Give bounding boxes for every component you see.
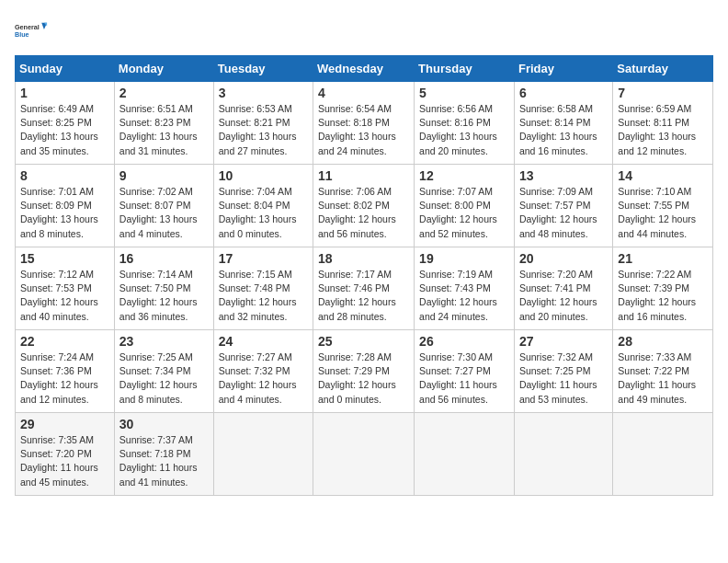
col-header-friday: Friday	[514, 56, 612, 82]
day-info: Sunrise: 7:28 AM Sunset: 7:29 PM Dayligh…	[318, 350, 409, 407]
col-header-monday: Monday	[114, 56, 213, 82]
svg-text:Blue: Blue	[15, 30, 29, 39]
day-number: 19	[419, 251, 509, 266]
day-number: 24	[219, 334, 308, 349]
day-cell: 18Sunrise: 7:17 AM Sunset: 7:46 PM Dayli…	[313, 247, 415, 330]
day-info: Sunrise: 7:02 AM Sunset: 8:07 PM Dayligh…	[119, 185, 209, 241]
day-cell	[514, 413, 612, 496]
col-header-sunday: Sunday	[16, 56, 115, 82]
day-cell: 27Sunrise: 7:32 AM Sunset: 7:25 PM Dayli…	[514, 330, 612, 413]
day-cell: 5Sunrise: 6:56 AM Sunset: 8:16 PM Daylig…	[415, 82, 515, 165]
day-cell	[213, 413, 313, 496]
day-cell: 4Sunrise: 6:54 AM Sunset: 8:18 PM Daylig…	[313, 82, 415, 165]
day-number: 8	[20, 168, 109, 183]
day-number: 2	[119, 86, 209, 100]
day-cell: 28Sunrise: 7:33 AM Sunset: 7:22 PM Dayli…	[613, 330, 713, 413]
day-info: Sunrise: 6:56 AM Sunset: 8:16 PM Dayligh…	[419, 102, 509, 158]
day-number: 30	[119, 417, 209, 431]
day-info: Sunrise: 7:04 AM Sunset: 8:04 PM Dayligh…	[219, 185, 308, 241]
col-header-wednesday: Wednesday	[313, 56, 415, 82]
day-cell: 24Sunrise: 7:27 AM Sunset: 7:32 PM Dayli…	[213, 330, 313, 413]
day-cell: 25Sunrise: 7:28 AM Sunset: 7:29 PM Dayli…	[313, 330, 415, 413]
day-number: 9	[119, 168, 209, 183]
day-cell: 29Sunrise: 7:35 AM Sunset: 7:20 PM Dayli…	[16, 413, 115, 496]
week-row-5: 29Sunrise: 7:35 AM Sunset: 7:20 PM Dayli…	[16, 413, 713, 496]
day-info: Sunrise: 7:12 AM Sunset: 7:53 PM Dayligh…	[20, 268, 109, 324]
day-cell: 10Sunrise: 7:04 AM Sunset: 8:04 PM Dayli…	[213, 165, 313, 247]
day-cell: 7Sunrise: 6:59 AM Sunset: 8:11 PM Daylig…	[613, 82, 713, 165]
day-cell	[613, 413, 713, 496]
day-cell	[313, 413, 415, 496]
day-cell: 11Sunrise: 7:06 AM Sunset: 8:02 PM Dayli…	[313, 165, 415, 247]
day-info: Sunrise: 7:09 AM Sunset: 7:57 PM Dayligh…	[519, 185, 608, 241]
logo-icon: GeneralBlue	[15, 15, 48, 48]
day-number: 3	[219, 86, 308, 100]
day-info: Sunrise: 7:30 AM Sunset: 7:27 PM Dayligh…	[419, 350, 509, 407]
day-info: Sunrise: 7:33 AM Sunset: 7:22 PM Dayligh…	[618, 350, 708, 407]
day-cell: 26Sunrise: 7:30 AM Sunset: 7:27 PM Dayli…	[415, 330, 515, 413]
day-cell: 22Sunrise: 7:24 AM Sunset: 7:36 PM Dayli…	[16, 330, 115, 413]
col-header-thursday: Thursday	[415, 56, 515, 82]
day-info: Sunrise: 7:25 AM Sunset: 7:34 PM Dayligh…	[119, 350, 209, 407]
day-number: 25	[318, 334, 409, 349]
day-info: Sunrise: 7:32 AM Sunset: 7:25 PM Dayligh…	[519, 350, 608, 407]
col-header-tuesday: Tuesday	[213, 56, 313, 82]
day-number: 21	[618, 251, 708, 266]
day-cell: 30Sunrise: 7:37 AM Sunset: 7:18 PM Dayli…	[114, 413, 213, 496]
day-info: Sunrise: 7:22 AM Sunset: 7:39 PM Dayligh…	[618, 268, 708, 324]
day-info: Sunrise: 7:06 AM Sunset: 8:02 PM Dayligh…	[318, 185, 409, 241]
day-number: 1	[20, 86, 109, 100]
day-info: Sunrise: 7:14 AM Sunset: 7:50 PM Dayligh…	[119, 268, 209, 324]
day-cell: 20Sunrise: 7:20 AM Sunset: 7:41 PM Dayli…	[514, 247, 612, 330]
day-info: Sunrise: 7:20 AM Sunset: 7:41 PM Dayligh…	[519, 268, 608, 324]
calendar-header-row: SundayMondayTuesdayWednesdayThursdayFrid…	[16, 56, 713, 82]
day-info: Sunrise: 7:35 AM Sunset: 7:20 PM Dayligh…	[20, 433, 109, 489]
day-info: Sunrise: 6:54 AM Sunset: 8:18 PM Dayligh…	[318, 102, 409, 158]
day-number: 18	[318, 251, 409, 266]
day-number: 17	[219, 251, 308, 266]
day-number: 11	[318, 168, 409, 183]
day-cell: 19Sunrise: 7:19 AM Sunset: 7:43 PM Dayli…	[415, 247, 515, 330]
day-cell: 17Sunrise: 7:15 AM Sunset: 7:48 PM Dayli…	[213, 247, 313, 330]
day-info: Sunrise: 6:49 AM Sunset: 8:25 PM Dayligh…	[20, 102, 109, 158]
day-info: Sunrise: 7:15 AM Sunset: 7:48 PM Dayligh…	[219, 268, 308, 324]
calendar-table: SundayMondayTuesdayWednesdayThursdayFrid…	[15, 55, 713, 496]
day-number: 20	[519, 251, 608, 266]
day-cell: 8Sunrise: 7:01 AM Sunset: 8:09 PM Daylig…	[16, 165, 115, 247]
col-header-saturday: Saturday	[613, 56, 713, 82]
day-number: 29	[20, 417, 109, 431]
day-cell: 23Sunrise: 7:25 AM Sunset: 7:34 PM Dayli…	[114, 330, 213, 413]
day-number: 7	[618, 86, 708, 100]
day-cell: 9Sunrise: 7:02 AM Sunset: 8:07 PM Daylig…	[114, 165, 213, 247]
page-header: GeneralBlue	[15, 15, 713, 48]
day-cell: 1Sunrise: 6:49 AM Sunset: 8:25 PM Daylig…	[16, 82, 115, 165]
day-number: 12	[419, 168, 509, 183]
day-info: Sunrise: 6:53 AM Sunset: 8:21 PM Dayligh…	[219, 102, 308, 158]
day-number: 15	[20, 251, 109, 266]
week-row-3: 15Sunrise: 7:12 AM Sunset: 7:53 PM Dayli…	[16, 247, 713, 330]
day-cell: 15Sunrise: 7:12 AM Sunset: 7:53 PM Dayli…	[16, 247, 115, 330]
day-cell: 2Sunrise: 6:51 AM Sunset: 8:23 PM Daylig…	[114, 82, 213, 165]
day-info: Sunrise: 7:07 AM Sunset: 8:00 PM Dayligh…	[419, 185, 509, 241]
day-cell: 16Sunrise: 7:14 AM Sunset: 7:50 PM Dayli…	[114, 247, 213, 330]
svg-text:General: General	[15, 23, 40, 31]
day-info: Sunrise: 6:58 AM Sunset: 8:14 PM Dayligh…	[519, 102, 608, 158]
day-number: 14	[618, 168, 708, 183]
day-cell: 6Sunrise: 6:58 AM Sunset: 8:14 PM Daylig…	[514, 82, 612, 165]
week-row-2: 8Sunrise: 7:01 AM Sunset: 8:09 PM Daylig…	[16, 165, 713, 247]
day-cell: 13Sunrise: 7:09 AM Sunset: 7:57 PM Dayli…	[514, 165, 612, 247]
day-number: 22	[20, 334, 109, 349]
day-number: 23	[119, 334, 209, 349]
day-info: Sunrise: 6:59 AM Sunset: 8:11 PM Dayligh…	[618, 102, 708, 158]
day-info: Sunrise: 6:51 AM Sunset: 8:23 PM Dayligh…	[119, 102, 209, 158]
day-info: Sunrise: 7:10 AM Sunset: 7:55 PM Dayligh…	[618, 185, 708, 241]
day-number: 28	[618, 334, 708, 349]
day-info: Sunrise: 7:19 AM Sunset: 7:43 PM Dayligh…	[419, 268, 509, 324]
day-number: 5	[419, 86, 509, 100]
day-number: 10	[219, 168, 308, 183]
day-number: 4	[318, 86, 409, 100]
day-number: 26	[419, 334, 509, 349]
logo: GeneralBlue	[15, 15, 48, 48]
week-row-4: 22Sunrise: 7:24 AM Sunset: 7:36 PM Dayli…	[16, 330, 713, 413]
day-cell: 21Sunrise: 7:22 AM Sunset: 7:39 PM Dayli…	[613, 247, 713, 330]
